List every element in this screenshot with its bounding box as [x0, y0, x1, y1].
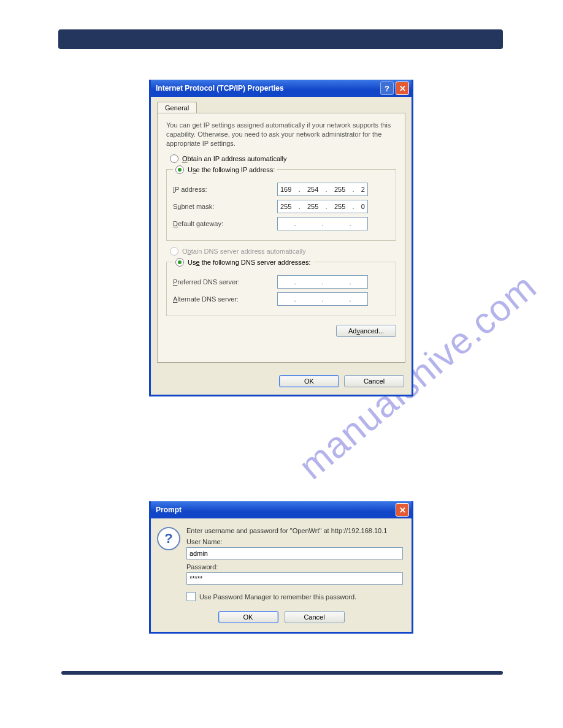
- cancel-button[interactable]: Cancel: [344, 375, 404, 387]
- radio-obtain-ip-label: OObtain an IP address automaticallybtain…: [182, 155, 286, 162]
- subnet-mask-input[interactable]: 255. 255. 255. 0: [277, 200, 368, 213]
- radio-obtain-ip[interactable]: OObtain an IP address automaticallybtain…: [170, 154, 396, 163]
- question-icon: ?: [157, 527, 180, 550]
- tcpip-properties-dialog: Internet Protocol (TCP/IP) Properties ? …: [149, 80, 413, 396]
- prompt-titlebar: Prompt ✕: [151, 501, 412, 518]
- close-icon[interactable]: ✕: [396, 503, 409, 517]
- default-gateway-input[interactable]: . . .: [277, 217, 368, 230]
- cancel-button[interactable]: Cancel: [285, 611, 345, 623]
- username-input[interactable]: [186, 547, 403, 559]
- prompt-title: Prompt: [156, 506, 394, 514]
- tcpip-description: You can get IP settings assigned automat…: [166, 121, 396, 148]
- radio-use-ip[interactable]: Use the following IP address: Use the fo…: [173, 165, 277, 174]
- ok-button[interactable]: OK: [279, 375, 339, 387]
- ok-button[interactable]: OK: [218, 611, 278, 623]
- radio-obtain-dns: Obtain DNS server address automaticallyO…: [170, 247, 396, 256]
- preferred-dns-input[interactable]: . . .: [277, 275, 368, 289]
- remember-password-checkbox[interactable]: Use Password Manager to remember this pa…: [186, 592, 403, 601]
- ip-address-input[interactable]: 169. 254. 255. 2: [277, 183, 368, 196]
- radio-icon-selected: [175, 258, 184, 267]
- username-label: User Name:: [186, 538, 403, 545]
- page-footer-bar: [61, 671, 503, 675]
- checkbox-icon: [186, 592, 196, 601]
- password-input[interactable]: [186, 572, 403, 585]
- tab-general[interactable]: General: [157, 102, 197, 113]
- auth-prompt-dialog: Prompt ✕ ? Enter username and password f…: [149, 501, 413, 634]
- page-header-bar: [58, 29, 503, 49]
- radio-use-dns[interactable]: Use the following DNS server addresses: …: [173, 258, 313, 267]
- tcpip-title: Internet Protocol (TCP/IP) Properties: [156, 84, 378, 93]
- radio-icon-disabled: [170, 247, 178, 256]
- dns-settings-group: Use the following DNS server addresses: …: [166, 258, 396, 316]
- remember-password-label: Use Password Manager to remember this pa…: [199, 593, 356, 601]
- help-icon[interactable]: ?: [380, 82, 394, 95]
- ip-settings-group: Use the following IP address: Use the fo…: [166, 165, 396, 241]
- alternate-dns-input[interactable]: . . .: [277, 292, 368, 306]
- radio-icon: [170, 154, 178, 163]
- prompt-message: Enter username and password for "OpenWrt…: [186, 527, 403, 534]
- password-label: Password:: [186, 563, 403, 571]
- close-icon[interactable]: ✕: [396, 82, 409, 95]
- tcpip-titlebar: Internet Protocol (TCP/IP) Properties ? …: [151, 80, 412, 97]
- advanced-button[interactable]: Advanced...Advanced...: [336, 325, 396, 337]
- radio-icon-selected: [175, 165, 184, 174]
